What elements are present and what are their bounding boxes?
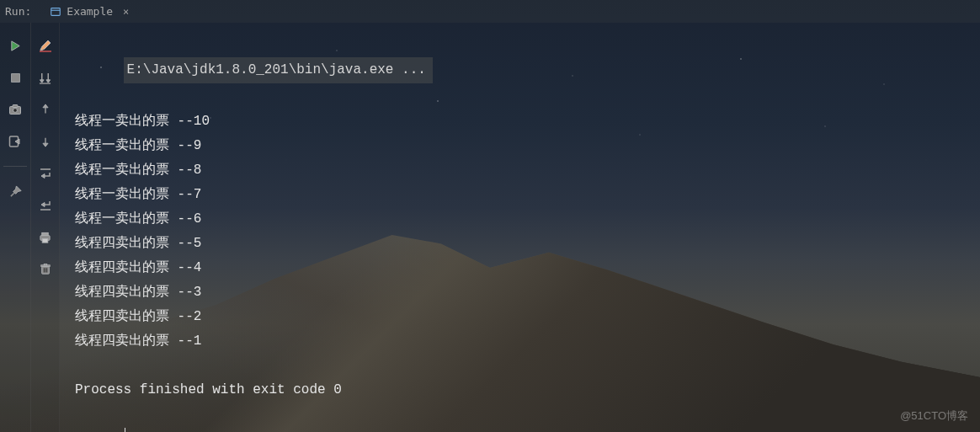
console-line: 线程一卖出的票 --7 — [75, 183, 972, 207]
console-line: 线程一卖出的票 --9 — [75, 134, 972, 158]
console-line: 线程四卖出的票 --2 — [75, 305, 972, 329]
svg-marker-17 — [42, 104, 47, 108]
svg-marker-12 — [40, 79, 44, 82]
console-line: 线程四卖出的票 --5 — [75, 232, 972, 256]
svg-marker-22 — [41, 203, 45, 207]
console-line: 线程一卖出的票 --8 — [75, 158, 972, 183]
pin-icon[interactable] — [6, 182, 24, 200]
exit-in-icon[interactable] — [6, 132, 24, 151]
application-icon — [50, 6, 61, 18]
scroll-down-icon[interactable] — [36, 68, 55, 87]
svg-marker-2 — [11, 40, 19, 50]
svg-point-6 — [13, 109, 18, 113]
close-icon[interactable]: × — [123, 6, 129, 18]
tab-label: Example — [67, 5, 113, 18]
svg-marker-19 — [42, 143, 47, 147]
down-arrow-icon[interactable] — [36, 132, 55, 151]
console-line: 线程一卖出的票 --10 — [75, 109, 972, 134]
console-line: 线程四卖出的票 --3 — [75, 280, 972, 305]
command-line: E:\Java\jdk1.8.0_201\bin\java.exe ... — [124, 57, 433, 83]
up-arrow-icon[interactable] — [36, 100, 55, 119]
wrap-top-icon[interactable] — [36, 164, 55, 183]
console-line — [75, 354, 972, 378]
wrap-bottom-icon[interactable] — [36, 196, 55, 215]
console-line: 线程四卖出的票 --1 — [75, 329, 972, 354]
svg-marker-21 — [41, 174, 45, 179]
svg-rect-29 — [44, 264, 47, 265]
svg-rect-3 — [11, 73, 19, 82]
console-line: 线程四卖出的票 --4 — [75, 256, 972, 280]
print-icon[interactable] — [36, 228, 55, 247]
toolbar-separator — [3, 166, 28, 167]
run-label: Run: — [5, 5, 31, 18]
edit-pencil-icon[interactable] — [36, 36, 55, 55]
console-line: Process finished with exit code 0 — [75, 378, 972, 403]
run-tool-header: Run: Example × — [0, 0, 980, 23]
run-side-toolbar-left — [0, 23, 31, 432]
run-side-toolbar-right — [31, 23, 60, 432]
svg-marker-14 — [46, 79, 51, 82]
svg-rect-5 — [13, 105, 18, 108]
console-output[interactable]: E:\Java\jdk1.8.0_201\bin\java.exe ... 线程… — [60, 23, 980, 432]
trash-icon[interactable] — [36, 260, 55, 279]
stop-icon[interactable] — [6, 68, 24, 87]
watermark: @51CTO博客 — [900, 408, 968, 424]
svg-line-9 — [10, 193, 13, 196]
run-tab-example[interactable]: Example × — [46, 2, 134, 21]
run-icon[interactable] — [6, 36, 24, 55]
svg-rect-0 — [51, 8, 61, 15]
text-cursor — [125, 428, 125, 432]
console-line: 线程一卖出的票 --6 — [75, 207, 972, 232]
svg-marker-8 — [15, 139, 19, 144]
camera-icon[interactable] — [6, 100, 24, 119]
svg-rect-26 — [42, 238, 48, 243]
